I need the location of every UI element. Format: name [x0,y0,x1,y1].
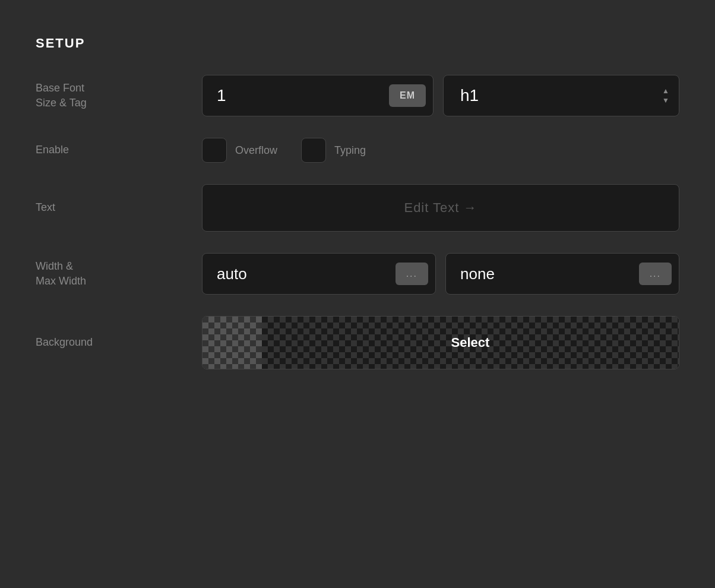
overflow-checkbox-item[interactable]: Overflow [202,138,277,163]
text-row: Text Edit Text → [36,184,679,232]
overflow-label: Overflow [235,144,277,157]
width-input[interactable]: auto ... [202,253,436,295]
setup-panel: SETUP Base Font Size & Tag 1 EM h1 Enabl… [0,0,715,426]
width-value: auto [210,265,390,283]
typing-label: Typing [334,144,366,157]
typing-checkbox-item[interactable]: Typing [301,138,366,163]
width-ellipsis-button[interactable]: ... [396,263,428,285]
max-width-input[interactable]: none ... [445,253,679,295]
overflow-checkbox[interactable] [202,138,227,163]
max-width-ellipsis-button[interactable]: ... [639,263,672,285]
background-select-label: Select [451,335,490,350]
checkbox-group: Overflow Typing [202,138,366,163]
enable-label: Enable [36,143,202,157]
base-font-label: Base Font Size & Tag [36,81,202,110]
tag-value: h1 [453,86,479,105]
font-size-value: 1 [210,86,389,105]
enable-controls: Overflow Typing [202,138,679,163]
text-label: Text [36,200,202,215]
enable-row: Enable Overflow Typing [36,138,679,163]
edit-text-button[interactable]: Edit Text → [202,184,679,232]
edit-text-label: Edit Text → [404,200,477,216]
em-badge: EM [389,84,426,107]
chevron-updown-icon [662,87,669,105]
width-label: Width & Max Width [36,259,202,289]
background-label: Background [36,335,202,350]
section-title: SETUP [36,36,679,51]
text-controls: Edit Text → [202,184,679,232]
base-font-controls: 1 EM h1 [202,75,679,116]
background-row: Background Select [36,316,679,369]
width-row: Width & Max Width auto ... none ... [36,253,679,295]
base-font-row: Base Font Size & Tag 1 EM h1 [36,75,679,116]
background-select[interactable]: Select [202,316,679,369]
background-controls: Select [202,316,679,369]
background-select-area[interactable]: Select [262,317,679,369]
checker-pattern [203,317,262,369]
width-controls: auto ... none ... [202,253,679,295]
typing-checkbox[interactable] [301,138,326,163]
tag-select[interactable]: h1 [443,75,679,116]
max-width-value: none [453,265,633,283]
font-size-input[interactable]: 1 EM [202,75,434,116]
edit-text-content: Edit Text → [404,200,477,216]
